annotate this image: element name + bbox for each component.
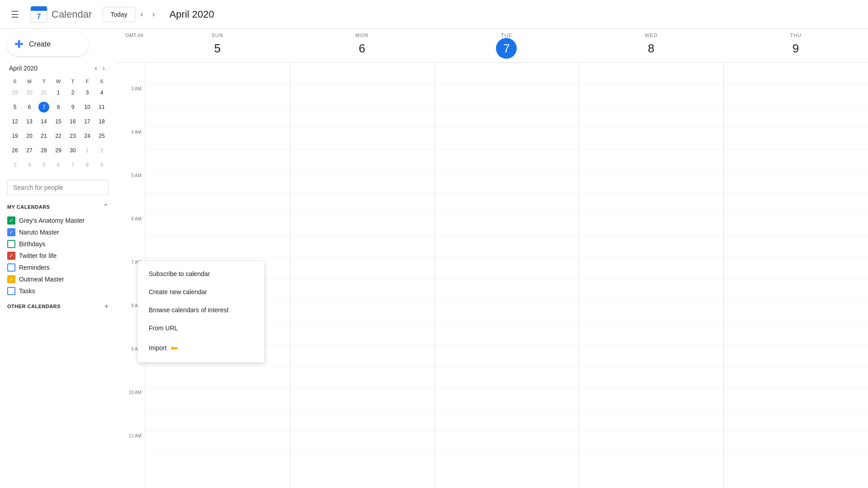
- other-calendars-expand[interactable]: +: [104, 302, 108, 310]
- day-cell[interactable]: [724, 215, 868, 236]
- day-cell[interactable]: [579, 128, 723, 150]
- day-cell[interactable]: [290, 236, 434, 258]
- day-cell[interactable]: [290, 388, 434, 410]
- day-cell[interactable]: [724, 128, 868, 150]
- mini-cal-day[interactable]: 16: [66, 115, 80, 128]
- prev-arrow[interactable]: ‹: [137, 6, 147, 23]
- mini-cal-day[interactable]: 4: [95, 86, 108, 99]
- mini-cal-day[interactable]: 9: [95, 158, 108, 172]
- day-cell[interactable]: [435, 84, 579, 106]
- mini-cal-day[interactable]: 23: [66, 129, 80, 143]
- day-cell[interactable]: [290, 106, 434, 128]
- mini-cal-day[interactable]: 4: [23, 158, 36, 172]
- mini-cal-day[interactable]: 11: [95, 100, 108, 114]
- day-cell[interactable]: [579, 410, 723, 432]
- day-cell[interactable]: [290, 193, 434, 215]
- day-cell[interactable]: [435, 280, 579, 301]
- day-number[interactable]: 6: [292, 38, 433, 59]
- day-cell[interactable]: [435, 193, 579, 215]
- calendar-checkbox[interactable]: ✓: [7, 275, 15, 283]
- day-cell[interactable]: [579, 215, 723, 236]
- day-cell[interactable]: [435, 345, 579, 366]
- calendar-item[interactable]: Reminders: [7, 262, 108, 273]
- calendar-item[interactable]: Tasks: [7, 285, 108, 297]
- dropdown-item[interactable]: From URL: [138, 319, 264, 337]
- day-cell[interactable]: [146, 236, 290, 258]
- day-cell[interactable]: [146, 410, 290, 432]
- day-number[interactable]: 5: [147, 38, 288, 59]
- calendar-item[interactable]: Birthdays: [7, 238, 108, 250]
- search-people-input[interactable]: [7, 180, 108, 195]
- day-cell[interactable]: [435, 301, 579, 323]
- day-cell[interactable]: [724, 258, 868, 280]
- mini-cal-day[interactable]: 17: [80, 115, 94, 128]
- day-cell[interactable]: [724, 84, 868, 106]
- day-cell[interactable]: [146, 193, 290, 215]
- day-cell[interactable]: [146, 106, 290, 128]
- day-cell[interactable]: [724, 366, 868, 388]
- day-cell[interactable]: [435, 323, 579, 345]
- day-cell[interactable]: [724, 150, 868, 171]
- day-cell[interactable]: [290, 323, 434, 345]
- day-number[interactable]: 7: [436, 38, 577, 59]
- menu-icon[interactable]: ☰: [7, 5, 23, 23]
- mini-cal-day[interactable]: 25: [95, 129, 108, 143]
- day-number[interactable]: 8: [580, 38, 722, 59]
- mini-cal-day[interactable]: 6: [23, 100, 36, 114]
- day-cell[interactable]: [435, 432, 579, 453]
- mini-cal-day[interactable]: 29: [8, 86, 22, 99]
- day-cell[interactable]: [724, 280, 868, 301]
- day-cell[interactable]: [146, 63, 290, 84]
- day-cell[interactable]: [146, 128, 290, 150]
- mini-cal-day[interactable]: 31: [37, 86, 51, 99]
- day-cell[interactable]: [579, 171, 723, 193]
- next-arrow[interactable]: ›: [149, 6, 159, 23]
- day-cell[interactable]: [435, 388, 579, 410]
- day-cell[interactable]: [290, 258, 434, 280]
- day-cell[interactable]: [579, 150, 723, 171]
- mini-cal-day[interactable]: 6: [52, 158, 65, 172]
- mini-cal-day[interactable]: 19: [8, 129, 22, 143]
- day-cell[interactable]: [146, 150, 290, 171]
- dropdown-item[interactable]: Subscribe to calendar: [138, 265, 264, 283]
- day-cell[interactable]: [435, 171, 579, 193]
- mini-cal-day[interactable]: 30: [23, 86, 36, 99]
- day-cell[interactable]: [290, 171, 434, 193]
- day-cell[interactable]: [724, 236, 868, 258]
- mini-cal-day[interactable]: 22: [52, 129, 65, 143]
- calendar-item[interactable]: ✓Outmeal Master: [7, 273, 108, 285]
- day-cell[interactable]: [290, 215, 434, 236]
- mini-cal-day[interactable]: 15: [52, 115, 65, 128]
- day-cell[interactable]: [290, 128, 434, 150]
- day-cell[interactable]: [724, 193, 868, 215]
- mini-cal-day[interactable]: 30: [66, 144, 80, 157]
- my-calendars-collapse[interactable]: ⌃: [103, 202, 108, 211]
- day-cell[interactable]: [724, 106, 868, 128]
- day-cell[interactable]: [579, 258, 723, 280]
- day-cell[interactable]: [724, 345, 868, 366]
- mini-cal-day[interactable]: 2: [95, 144, 108, 157]
- mini-cal-day[interactable]: 9: [66, 100, 80, 114]
- day-cell[interactable]: [724, 63, 868, 84]
- day-cell[interactable]: [579, 84, 723, 106]
- create-button[interactable]: ✚ Create: [7, 33, 89, 56]
- day-cell[interactable]: [290, 280, 434, 301]
- day-cell[interactable]: [579, 345, 723, 366]
- day-cell[interactable]: [290, 345, 434, 366]
- day-cell[interactable]: [579, 193, 723, 215]
- day-cell[interactable]: [290, 366, 434, 388]
- today-button[interactable]: Today: [103, 7, 135, 22]
- day-cell[interactable]: [724, 388, 868, 410]
- calendar-item[interactable]: ✓Naruto Master: [7, 226, 108, 238]
- mini-cal-day[interactable]: 5: [37, 158, 51, 172]
- mini-cal-day[interactable]: 3: [8, 158, 22, 172]
- mini-cal-day[interactable]: 20: [23, 129, 36, 143]
- day-cell[interactable]: [290, 84, 434, 106]
- calendar-item[interactable]: ✓Grey's Anatomy Master: [7, 215, 108, 226]
- day-cell[interactable]: [435, 258, 579, 280]
- day-cell[interactable]: [579, 323, 723, 345]
- day-cell[interactable]: [579, 236, 723, 258]
- mini-cal-prev[interactable]: ‹: [93, 63, 99, 73]
- day-cell[interactable]: [724, 432, 868, 453]
- calendar-checkbox[interactable]: ✓: [7, 228, 15, 236]
